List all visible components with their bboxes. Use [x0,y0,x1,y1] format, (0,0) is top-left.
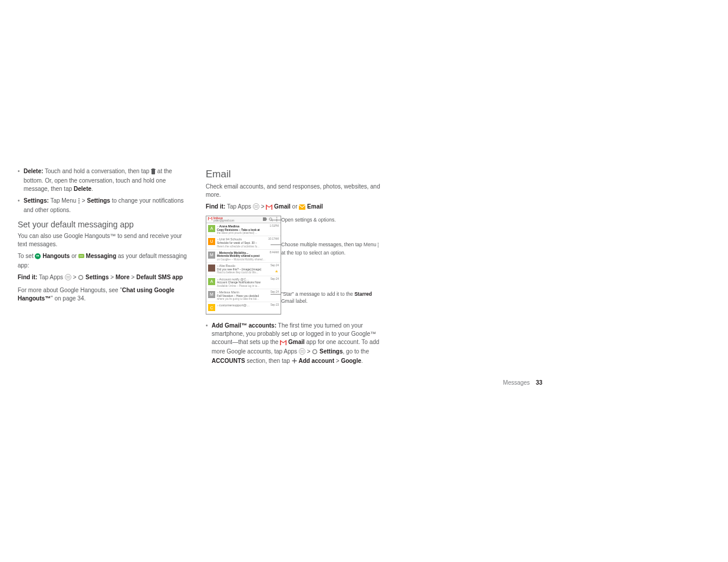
mail-time: Sep 24 [266,290,279,300]
svg-point-37 [301,351,301,351]
svg-point-14 [69,277,70,278]
mail-time: Sep 24★ [266,264,279,274]
mail-time: 1:51PM [266,224,279,234]
default-app-heading: Set your default messaging app [18,219,192,231]
menu-dots-icon [377,243,379,250]
delete-label: Delete: [24,168,43,174]
avatar: A [208,278,215,285]
mail-row: U»Unit 94 SchoolsSchedule for week of Se… [206,236,281,249]
mail-preview: Available Online – Please log in to... [217,285,266,287]
avatar: U [208,238,215,245]
apps-icon [65,274,71,283]
mail-sender: Anna Medina [219,224,239,228]
gear-icon [78,275,84,283]
mail-sender: Account notify @C... [219,277,249,281]
avatar: M [208,291,215,298]
svg-point-13 [68,277,68,278]
svg-point-32 [378,243,379,244]
mail-sender: Abe Baudo [219,264,235,267]
default-app-p1: You can also use Google Hangouts™ to sen… [18,232,192,249]
svg-point-34 [378,246,379,247]
mail-preview: the latest print proofs (attached) ... [217,232,266,234]
mail-sender: Unit 94 Schools [219,237,242,241]
callout-star: "Star" a message to add it to the Starre… [281,291,372,304]
email-intro: Check email accounts, and send responses… [206,183,383,199]
svg-point-41 [302,352,302,352]
svg-point-7 [82,255,83,256]
mail-preview: on Google+ – Motorola Mobility shared a … [217,258,266,261]
mail-row: A»Anna MedinaCopy Revisions – Take a loo… [206,223,281,236]
mail-time: 10:17AM [266,237,279,247]
gmail-small-icon [208,217,212,222]
apps-icon [253,203,259,212]
avatar: C [208,304,215,311]
bullet-add-gmail: • Add Gmail™ accounts: The first time yo… [206,322,383,366]
svg-point-6 [81,255,81,256]
mail-row: »Abe BaudoDid you see this? – [image] [i… [206,263,281,276]
svg-point-33 [378,244,379,246]
callout-open-settings: Open settings & options. [281,217,336,223]
svg-point-19 [256,205,256,206]
right-column: Email Check email accounts, and send res… [206,167,383,369]
mail-preview: Here's the schedule of activities fo... [217,245,266,248]
svg-point-3 [35,253,41,259]
svg-point-20 [257,205,258,206]
labels-icon [262,217,267,222]
messaging-icon [78,253,84,262]
email-heading: Email [206,167,383,181]
svg-point-44 [314,351,315,352]
svg-point-0 [78,199,80,200]
svg-point-36 [299,349,305,355]
svg-point-17 [253,203,259,209]
mail-row: M»Motorola Mobility...Motorola Mobility … [206,250,281,263]
svg-point-42 [303,352,304,352]
gmail-icon [280,339,286,348]
bullet-delete: • Delete: Touch and hold a conversation,… [18,167,192,193]
callout-multi-select: Choose multiple messages, then tap Menu … [281,242,379,256]
mail-preview: Hard to believe they could do this... [217,271,266,274]
hangouts-ref: For more about Google Hangouts, see "Cha… [18,286,192,303]
star-icon: ★ [275,269,278,275]
phone-header: Inbox yalex@gmail.com [206,216,281,223]
find-it-left: Find it: Tap Apps > Settings > More > De… [18,273,192,283]
avatar: A [208,225,215,232]
svg-point-5 [80,255,80,256]
phone-illustration: Inbox yalex@gmail.com A»Anna MedinaCopy … [206,216,383,315]
svg-point-9 [67,276,67,276]
gear-icon [312,349,318,357]
svg-point-10 [68,276,68,276]
mail-time: 8:44AM [266,251,279,261]
mail-time: Sep 23 [266,303,279,312]
mail-sender: Motorola Mobility... [219,251,249,254]
svg-point-12 [67,277,67,278]
default-app-p2: To set Hangouts or Messaging as your def… [18,252,192,270]
svg-point-1 [78,200,80,201]
svg-point-39 [303,351,304,351]
svg-point-29 [276,217,277,218]
svg-point-18 [255,205,255,206]
svg-point-2 [78,203,80,204]
phone-frame: Inbox yalex@gmail.com A»Anna MedinaCopy … [206,216,281,315]
mail-sender: customersupport@... [219,303,249,307]
mail-sender: Melissa Marin [219,290,239,294]
svg-point-21 [255,207,255,207]
svg-point-31 [276,220,277,222]
mail-row: M»Melissa MarinFall Vacation – Have you … [206,289,281,302]
trash-icon [151,168,156,177]
svg-point-22 [256,207,256,207]
settings-label: Settings: [24,197,49,204]
find-it-right: Find it: Tap Apps > Gmail or Email [206,203,383,212]
mail-row: C»customersupport@...Sep 23 [206,302,281,314]
hangouts-icon [35,253,41,262]
apps-icon [299,348,305,357]
gmail-icon [266,204,272,212]
avatar: M [208,252,215,259]
svg-point-16 [80,276,81,277]
page-footer: Messages33 [503,379,542,387]
mail-row: A»Account notify @C...Account Change Not… [206,276,281,289]
svg-point-23 [257,207,258,207]
bullet-settings: • Settings: Tap Menu > Settings to chang… [18,197,192,214]
svg-point-11 [69,276,70,276]
svg-point-40 [301,352,301,352]
svg-point-8 [65,274,71,280]
